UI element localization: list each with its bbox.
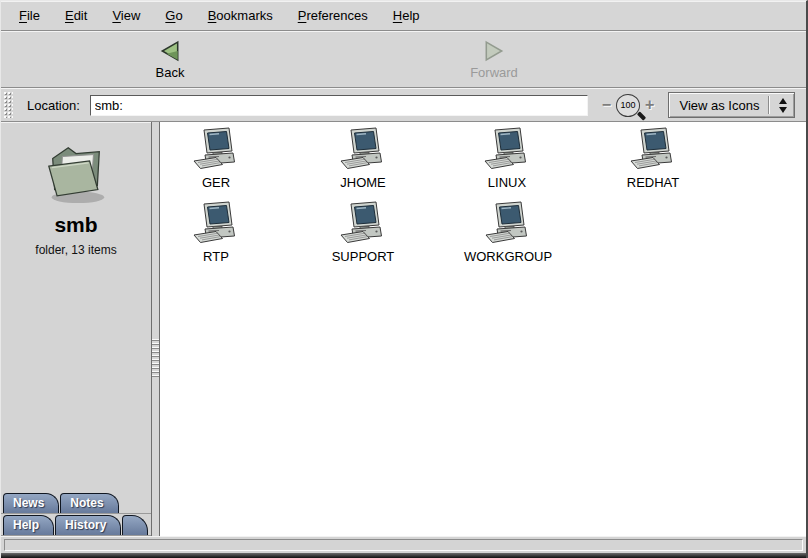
folder-icon xyxy=(39,141,113,207)
computer-icon xyxy=(192,201,240,245)
status-bar xyxy=(1,536,806,553)
status-text xyxy=(4,539,803,551)
network-host-item[interactable]: RTP xyxy=(161,201,271,264)
sidebar-tab-row: Help History xyxy=(1,514,151,536)
tab-stub xyxy=(122,515,148,535)
sidebar-tabs: News Notes Help History xyxy=(1,492,151,536)
computer-icon xyxy=(483,127,531,171)
arrow-down-icon xyxy=(779,107,787,113)
dropdown-arrows-icon xyxy=(776,98,790,113)
file-label: REDHAT xyxy=(627,175,679,190)
file-manager-window: File Edit View Go Bookmarks Preferences … xyxy=(0,0,808,558)
file-label: GER xyxy=(202,175,230,190)
tab-help[interactable]: Help xyxy=(3,515,54,535)
network-host-item[interactable]: GER xyxy=(161,127,271,190)
tab-history[interactable]: History xyxy=(55,515,121,535)
forward-button[interactable]: Forward xyxy=(337,37,651,83)
menu-view[interactable]: View xyxy=(108,6,144,25)
computer-icon xyxy=(339,127,387,171)
window-bottom-edge xyxy=(1,553,806,558)
view-as-dropdown[interactable]: View as Icons xyxy=(668,92,795,118)
back-button[interactable]: Back xyxy=(13,37,327,83)
network-host-item[interactable]: WORKGROUP xyxy=(453,201,563,264)
file-label: SUPPORT xyxy=(332,249,395,264)
forward-label: Forward xyxy=(470,65,518,80)
location-bar-drag-handle[interactable] xyxy=(4,92,13,118)
up-icon xyxy=(668,40,808,62)
sidebar: smb folder, 13 items News Notes Help His… xyxy=(1,122,151,536)
pane-splitter[interactable] xyxy=(151,122,160,536)
toolbar: Back Forward Up Refresh Home Web Search … xyxy=(1,31,806,88)
zoom-control: − 100 + xyxy=(602,94,655,117)
sidebar-title: smb xyxy=(54,213,97,237)
menu-preferences[interactable]: Preferences xyxy=(294,6,372,25)
dropdown-separator xyxy=(769,96,770,114)
splitter-grip-icon[interactable] xyxy=(152,339,159,379)
network-host-item[interactable]: LINUX xyxy=(452,127,562,190)
zoom-level-indicator[interactable]: 100 xyxy=(616,94,640,117)
menu-edit[interactable]: Edit xyxy=(61,6,91,25)
back-icon xyxy=(20,40,320,62)
file-label: RTP xyxy=(203,249,229,264)
back-label: Back xyxy=(156,65,185,80)
computer-icon xyxy=(629,127,677,171)
location-label: Location: xyxy=(27,98,80,113)
sidebar-item-count: folder, 13 items xyxy=(35,243,116,257)
icon-view: GER JHOME LINUX REDHAT RTP SUPPORT xyxy=(160,122,806,536)
location-bar: Location: − 100 + View as Icons xyxy=(1,88,806,122)
location-input[interactable] xyxy=(90,95,588,116)
network-host-item[interactable]: JHOME xyxy=(308,127,418,190)
menu-help[interactable]: Help xyxy=(389,6,424,25)
sidebar-tab-row: News Notes xyxy=(1,492,151,514)
menu-bar: File Edit View Go Bookmarks Preferences … xyxy=(1,1,806,31)
tab-notes[interactable]: Notes xyxy=(60,493,118,513)
arrow-up-icon xyxy=(779,98,787,104)
file-label: JHOME xyxy=(340,175,386,190)
computer-icon xyxy=(192,127,240,171)
computer-icon xyxy=(484,201,532,245)
view-as-label: View as Icons xyxy=(679,98,759,113)
tab-news[interactable]: News xyxy=(3,493,59,513)
up-button[interactable]: Up xyxy=(661,37,808,83)
zoom-out-icon[interactable]: − xyxy=(602,97,611,113)
computer-icon xyxy=(339,201,387,245)
menu-file[interactable]: File xyxy=(15,6,44,25)
file-label: LINUX xyxy=(488,175,526,190)
file-label: WORKGROUP xyxy=(464,249,552,264)
zoom-level-value: 100 xyxy=(621,100,636,110)
menu-bookmarks[interactable]: Bookmarks xyxy=(204,6,277,25)
network-host-item[interactable]: REDHAT xyxy=(598,127,708,190)
content-area: smb folder, 13 items News Notes Help His… xyxy=(1,122,806,536)
forward-icon xyxy=(344,40,644,62)
zoom-in-icon[interactable]: + xyxy=(645,97,654,113)
network-host-item[interactable]: SUPPORT xyxy=(308,201,418,264)
menu-go[interactable]: Go xyxy=(161,6,186,25)
